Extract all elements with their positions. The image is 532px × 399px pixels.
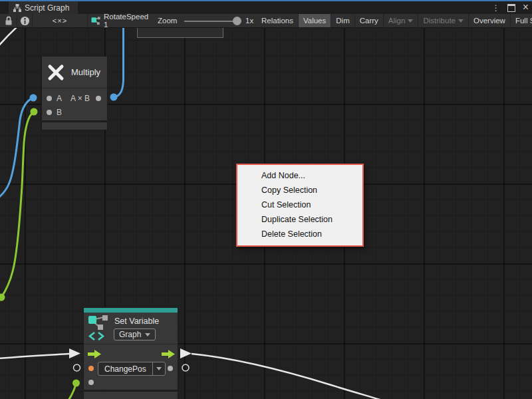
set-variable-body: ChangePos [84,344,178,390]
close-icon[interactable]: × [523,2,529,13]
distribute-dropdown[interactable]: Distribute [418,14,469,27]
control-wire [192,354,382,399]
align-dropdown[interactable]: Align [384,14,419,27]
set-variable-icon [88,315,110,342]
code-view-button[interactable]: <×> [33,14,88,27]
maximize-icon[interactable] [507,4,515,12]
breadcrumb[interactable]: RotateSpeed 1 [88,14,152,27]
breadcrumb-label: RotateSpeed 1 [104,13,152,29]
control-wire [0,354,69,358]
chevron-down-icon [145,333,150,336]
chevron-down-icon [408,19,413,23]
carry-button[interactable]: Carry [355,14,384,27]
unconnected-port[interactable] [74,364,80,371]
graph-canvas[interactable]: Multiply A A × B B Set Variable Graph [0,28,532,399]
menu-item-delete-selection[interactable]: Delete Selection [237,227,362,241]
wire-endpoint [31,108,38,116]
graph-node-icon [91,16,100,26]
set-variable-header[interactable]: Set Variable Graph [84,313,178,344]
value-wire-green [68,383,76,399]
graph-hierarchy-icon [13,4,21,12]
menu-item-add-node[interactable]: Add Node... [237,168,362,183]
titlebar: Script Graph ⋮ × [0,0,532,14]
unconnected-port[interactable] [182,364,189,371]
tab-script-graph[interactable]: Script Graph [9,1,78,14]
wire-endpoint [72,380,80,387]
zoom-label: Zoom [158,17,177,25]
variable-scope-dropdown[interactable]: Graph [114,329,156,340]
output-port-result[interactable] [96,96,101,101]
full-screen-button[interactable]: Full Screen [511,14,532,27]
multiply-node-footer [41,122,108,130]
overview-button[interactable]: Overview [469,14,511,27]
window-controls: ⋮ × [492,1,529,14]
set-variable-footer [83,391,178,399]
port-label-a: A [57,94,62,103]
variable-value-port[interactable] [88,366,94,371]
code-brackets-icon: <×> [53,17,67,25]
value-wire-green [1,112,34,297]
zoom-slider-track[interactable] [184,21,239,22]
chevron-down-icon [458,19,464,23]
context-menu: Add Node... Copy Selection Cut Selection… [236,164,364,247]
output-value-port[interactable] [168,366,173,371]
menu-item-duplicate-selection[interactable]: Duplicate Selection [237,212,362,227]
control-output-arrow-icon[interactable] [162,350,175,358]
dim-button[interactable]: Dim [331,14,354,27]
info-button[interactable] [17,14,33,27]
zoom-slider-thumb[interactable] [233,17,241,25]
toolbar-buttons: Relations Values Dim Carry Align Distrib… [257,14,532,27]
menu-item-copy-selection[interactable]: Copy Selection [237,183,362,198]
lock-button[interactable] [0,14,17,27]
multiply-node-body: A A × B B [42,88,107,120]
info-icon [20,16,30,26]
menu-item-cut-selection[interactable]: Cut Selection [237,198,362,212]
input-port[interactable] [88,380,94,385]
variable-name-dropdown[interactable]: ChangePos [98,362,166,376]
wire-endpoint [110,94,118,101]
wire-endpoint [30,94,37,102]
node-title: Multiply [71,67,100,77]
window-menu-icon[interactable]: ⋮ [492,4,500,12]
value-wire-blue [115,28,124,97]
control-wire [0,28,17,46]
input-port-b[interactable] [47,110,52,115]
multiply-x-icon [47,64,65,81]
control-wire-arrow [69,348,80,358]
partial-node[interactable] [137,28,223,38]
value-wire-blue [0,98,33,198]
port-label-result: A × B [70,94,90,103]
input-port-a[interactable] [47,96,52,101]
values-button[interactable]: Values [299,14,331,27]
lock-icon [4,15,13,26]
multiply-node-header[interactable]: Multiply [42,57,107,88]
variable-kind-strip [84,308,178,313]
node-title: Set Variable [114,317,159,326]
chevron-down-icon [152,362,165,375]
relations-button[interactable]: Relations [257,14,299,27]
toolbar: <×> RotateSpeed 1 Zoom 1x Relations Valu… [0,14,532,28]
control-input-arrow-icon[interactable] [88,350,101,358]
set-variable-node[interactable]: Set Variable Graph ChangePos [83,307,178,390]
zoom-level: 1x [245,17,253,25]
wire-endpoint [0,294,5,301]
port-label-b: B [57,108,62,117]
multiply-node[interactable]: Multiply A A × B B [41,56,108,121]
control-wire-arrow [180,348,192,358]
tab-label: Script Graph [25,3,69,13]
